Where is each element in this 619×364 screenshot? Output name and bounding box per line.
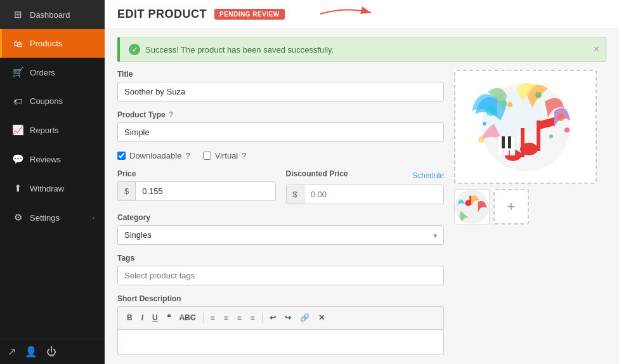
discounted-price-input[interactable]: [304, 185, 443, 204]
main-content: EDIT PRODUCT PENDING REVIEW ✓ Success! T…: [105, 0, 619, 364]
image-section: +: [454, 70, 606, 351]
virtual-checkbox-label: Virtual ?: [203, 151, 247, 160]
dashboard-icon: ⊞: [12, 9, 23, 20]
svg-point-19: [549, 134, 553, 138]
rte-list-ul-button[interactable]: ≡: [207, 311, 219, 325]
sidebar-item-label: Reviews: [30, 155, 61, 164]
sidebar-item-products[interactable]: 🛍 Products: [0, 29, 105, 58]
rte-content-area[interactable]: [117, 330, 444, 355]
help-icon: ?: [169, 110, 173, 119]
alert-close-button[interactable]: ×: [594, 44, 599, 55]
rte-underline-button[interactable]: U: [148, 311, 162, 325]
rte-undo-button[interactable]: ↩: [266, 311, 280, 325]
settings-icon: ⚙: [12, 212, 23, 223]
status-badge: PENDING REVIEW: [214, 9, 285, 20]
price-input-wrapper: $: [117, 181, 276, 201]
category-select[interactable]: Singles Albums EPs: [117, 225, 444, 245]
product-image-svg: [462, 76, 589, 178]
downloadable-checkbox[interactable]: [117, 152, 126, 160]
main-product-image[interactable]: [454, 70, 597, 184]
product-type-label: Product Type ?: [117, 110, 444, 119]
success-alert: ✓ Success! The product has been saved su…: [117, 37, 606, 62]
page-title: EDIT PRODUCT: [117, 8, 207, 21]
downloadable-help-icon: ?: [185, 151, 190, 160]
sidebar-item-withdraw[interactable]: ⬆ Withdraw: [0, 174, 105, 203]
title-input[interactable]: [117, 82, 444, 101]
svg-point-6: [535, 92, 542, 98]
sidebar-item-orders[interactable]: 🛒 Orders: [0, 58, 105, 87]
user-icon[interactable]: 👤: [25, 346, 37, 358]
thumbnail-row: +: [454, 189, 606, 224]
rte-link-button[interactable]: 🔗: [296, 311, 313, 325]
downloadable-checkbox-label: Downloadable ?: [117, 151, 190, 160]
rte-italic-button[interactable]: I: [138, 311, 147, 325]
thumbnail-image: [455, 190, 489, 224]
form-section: Title Product Type ? Downloadable ?: [117, 70, 444, 351]
checkbox-row: Downloadable ? Virtual ?: [117, 151, 444, 160]
title-label: Title: [117, 70, 444, 79]
sidebar-item-dashboard[interactable]: ⊞ Dashboard: [0, 0, 105, 29]
title-group: Title: [117, 70, 444, 101]
sidebar-item-settings[interactable]: ⚙ Settings ›: [0, 203, 105, 232]
svg-point-18: [564, 127, 570, 133]
svg-rect-16: [508, 136, 511, 148]
discounted-currency-symbol: $: [287, 185, 304, 204]
discounted-price-group: Discounted Price Schedule $: [286, 169, 445, 204]
product-type-input[interactable]: [117, 122, 444, 142]
schedule-link[interactable]: Schedule: [412, 171, 444, 180]
sidebar-item-reviews[interactable]: 💬 Reviews: [0, 145, 105, 174]
sidebar-item-label: Reports: [30, 126, 59, 135]
price-group: Price $: [117, 169, 276, 204]
rte-divider-2: [262, 313, 263, 323]
arrow-annotation-2: [105, 40, 126, 53]
virtual-checkbox[interactable]: [203, 152, 211, 160]
category-group: Category Singles Albums EPs ▾: [117, 213, 444, 245]
content-area: Title Product Type ? Downloadable ?: [105, 65, 619, 364]
rte-divider-1: [203, 313, 204, 323]
sidebar-item-label: Products: [30, 39, 62, 48]
price-input[interactable]: [136, 182, 275, 200]
rte-align-right-button[interactable]: ≡: [247, 311, 259, 325]
svg-point-7: [507, 102, 512, 107]
discounted-price-input-wrapper: $: [286, 185, 445, 204]
page-header: EDIT PRODUCT PENDING REVIEW: [105, 0, 619, 29]
discounted-price-label: Discounted Price: [286, 169, 348, 178]
products-icon: 🛍: [12, 38, 23, 49]
reviews-icon: 💬: [12, 153, 23, 165]
svg-point-17: [483, 122, 486, 126]
sidebar-item-reports[interactable]: 📈 Reports: [0, 115, 105, 145]
tags-group: Tags: [117, 254, 444, 285]
sidebar-item-label: Settings: [30, 213, 60, 223]
rte-redo-button[interactable]: ↪: [281, 311, 295, 325]
svg-point-20: [478, 136, 485, 143]
price-currency-symbol: $: [118, 182, 136, 200]
add-thumbnail-button[interactable]: +: [493, 189, 529, 224]
rte-bold-button[interactable]: B: [123, 311, 136, 325]
rte-strikethrough-button[interactable]: ABC: [176, 311, 200, 325]
sidebar-bottom: ↗ 👤 ⏻: [0, 339, 105, 364]
external-link-icon[interactable]: ↗: [8, 346, 16, 358]
rte-quote-button[interactable]: ❝: [163, 311, 174, 325]
short-desc-label: Short Description: [117, 294, 444, 303]
svg-rect-11: [521, 128, 525, 157]
settings-chevron-icon: ›: [92, 214, 94, 221]
sidebar-item-label: Coupons: [30, 96, 63, 106]
tags-input[interactable]: [117, 266, 444, 285]
rte-clear-button[interactable]: ✕: [315, 311, 329, 325]
tags-label: Tags: [117, 254, 444, 263]
svg-point-5: [557, 114, 564, 121]
product-type-group: Product Type ?: [117, 110, 444, 142]
sidebar-item-coupons[interactable]: 🏷 Coupons: [0, 87, 105, 115]
rte-align-center-button[interactable]: ≡: [233, 311, 245, 325]
sidebar-item-label: Withdraw: [30, 184, 64, 193]
power-icon[interactable]: ⏻: [46, 346, 56, 358]
sidebar-item-label: Dashboard: [30, 10, 70, 20]
svg-rect-15: [502, 136, 505, 148]
svg-rect-23: [469, 196, 471, 205]
reports-icon: 📈: [12, 124, 23, 136]
price-label: Price: [117, 169, 276, 178]
price-row: Price $ Discounted Price Schedule $: [117, 169, 444, 204]
rte-align-left-button[interactable]: ≡: [220, 311, 232, 325]
thumbnail-1[interactable]: [454, 189, 490, 224]
orders-icon: 🛒: [12, 67, 23, 78]
